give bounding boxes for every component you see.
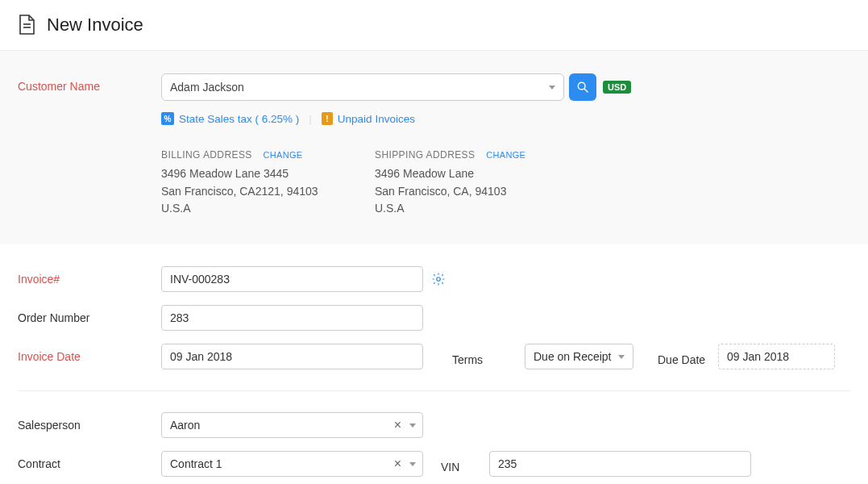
chevron-down-icon xyxy=(409,424,416,428)
salesperson-value: Aaron xyxy=(170,419,391,432)
shipping-change-link[interactable]: CHANGE xyxy=(486,150,525,160)
divider xyxy=(18,390,850,391)
alert-icon: ! xyxy=(322,112,333,125)
invoice-details-section: Invoice# Order Number Invoice Date Terms… xyxy=(0,244,868,484)
currency-badge: USD xyxy=(603,81,631,94)
state-sales-tax-link[interactable]: State Sales tax ( 6.25% ) xyxy=(179,113,299,125)
due-date-input[interactable]: 09 Jan 2018 xyxy=(718,344,835,369)
customer-select-value: Adam Jackson xyxy=(170,81,544,94)
terms-select-value: Due on Receipt xyxy=(534,350,613,363)
chevron-down-icon xyxy=(409,462,416,466)
shipping-address-title: SHIPPING ADDRESS xyxy=(375,149,475,161)
shipping-address-block: SHIPPING ADDRESS CHANGE 3496 Meadow Lane… xyxy=(375,148,588,218)
vin-input[interactable] xyxy=(489,451,751,477)
vin-label: VIN xyxy=(441,454,489,474)
customer-select[interactable]: Adam Jackson xyxy=(161,73,564,101)
contract-select[interactable]: Contract 1 × xyxy=(161,451,423,477)
billing-address-title: BILLING ADDRESS xyxy=(161,149,252,161)
terms-label: Terms xyxy=(452,347,525,366)
order-number-input[interactable] xyxy=(161,305,423,331)
shipping-line1: 3496 Meadow Lane xyxy=(375,165,588,183)
clear-icon[interactable]: × xyxy=(391,457,405,471)
billing-line3: U.S.A xyxy=(161,200,375,218)
invoice-date-input[interactable] xyxy=(161,344,423,369)
invoice-date-label: Invoice Date xyxy=(18,344,161,363)
search-icon xyxy=(576,81,589,94)
billing-address-block: BILLING ADDRESS CHANGE 3496 Meadow Lane … xyxy=(161,148,375,218)
invoice-number-input[interactable] xyxy=(161,266,423,292)
billing-line1: 3496 Meadow Lane 3445 xyxy=(161,165,375,183)
percent-icon: % xyxy=(161,112,174,125)
customer-section: Customer Name Adam Jackson USD % State S… xyxy=(0,51,868,244)
page-title: New Invoice xyxy=(47,15,143,35)
clear-icon[interactable]: × xyxy=(391,418,405,432)
svg-point-4 xyxy=(437,277,441,282)
billing-change-link[interactable]: CHANGE xyxy=(264,150,303,160)
shipping-line3: U.S.A xyxy=(375,200,588,218)
unpaid-invoices-link[interactable]: Unpaid Invoices xyxy=(338,113,415,125)
billing-line2: San Francisco, CA2121, 94103 xyxy=(161,183,375,201)
gear-icon[interactable] xyxy=(431,272,446,286)
due-date-value: 09 Jan 2018 xyxy=(727,350,789,363)
customer-name-label: Customer Name xyxy=(18,73,161,93)
contract-value: Contract 1 xyxy=(170,457,391,470)
page-header: New Invoice xyxy=(0,0,868,51)
document-icon xyxy=(18,15,35,35)
salesperson-select[interactable]: Aaron × xyxy=(161,412,423,438)
chevron-down-icon xyxy=(549,86,555,90)
customer-search-button[interactable] xyxy=(569,73,596,101)
chevron-down-icon xyxy=(618,355,625,359)
shipping-line2: San Francisco, CA, 94103 xyxy=(375,183,588,201)
salesperson-label: Salesperson xyxy=(18,412,161,432)
svg-line-3 xyxy=(584,89,588,92)
invoice-number-label: Invoice# xyxy=(18,266,161,286)
due-date-label: Due Date xyxy=(658,347,718,366)
separator: | xyxy=(309,113,312,125)
terms-select[interactable]: Due on Receipt xyxy=(525,344,633,369)
order-number-label: Order Number xyxy=(18,305,161,324)
contract-label: Contract xyxy=(18,451,161,470)
